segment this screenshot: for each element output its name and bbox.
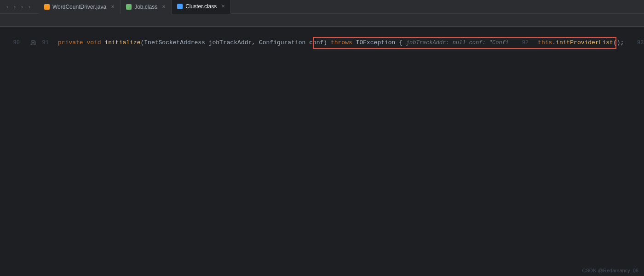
tab-wordcount-label: WordCountDriver.java [52, 4, 106, 10]
tab-job[interactable]: Job.class ✕ [121, 0, 172, 14]
token-plain: (); [613, 39, 624, 46]
token-kw: throws [331, 39, 352, 46]
line-number-91: −91 [29, 40, 54, 46]
info-bar [0, 14, 644, 27]
token-plain: . [552, 39, 556, 46]
cluster-class-icon [177, 4, 183, 9]
job-class-icon [126, 4, 132, 10]
breadcrumb: › › › › [4, 4, 33, 10]
code-area: 90−91 private void initialize(InetSocket… [0, 37, 644, 276]
line-number-93: 93 [624, 40, 644, 46]
reader-mode-bar [0, 27, 644, 37]
token-plain: conf) [305, 39, 331, 46]
fold-marker-91[interactable]: − [31, 41, 35, 45]
token-fn: initialize [104, 39, 140, 46]
token-type: Configuration [259, 39, 305, 46]
tab-cluster-close[interactable]: ✕ [221, 4, 225, 9]
token-plain: { [395, 39, 406, 46]
token-type: IOException [356, 39, 396, 46]
tab-cluster[interactable]: Cluster.class ✕ [172, 0, 231, 14]
sep3: › [21, 4, 23, 10]
tab-job-label: Job.class [134, 4, 157, 10]
top-tabs: › › › › WordCountDriver.java ✕ Job.class… [0, 0, 644, 14]
token-plain [352, 39, 356, 46]
tab-wordcount-close[interactable]: ✕ [111, 4, 115, 9]
tab-wordcountdriver[interactable]: WordCountDriver.java ✕ [39, 0, 121, 14]
line-91: −91 private void initialize(InetSocketAd… [29, 37, 509, 49]
token-kw: void [86, 39, 101, 46]
sep4: › [29, 4, 30, 10]
token-type: InetSocketAddress [144, 39, 205, 46]
line-number-90: 90 [0, 40, 25, 46]
token-kw: private [58, 39, 83, 46]
token-plain: jobTrackAddr, [205, 39, 259, 46]
line-93: 93 IOException initEx = new IOException(… [624, 37, 644, 49]
line-code-92: this.initProviderList(); [534, 37, 624, 49]
line-92: 92 this.initProviderList(); [509, 37, 624, 49]
tab-job-close[interactable]: ✕ [162, 4, 166, 9]
watermark: CSDN @Redamancy_06 [582, 268, 638, 273]
sep1: › [6, 4, 8, 10]
line-90: 90 [0, 37, 29, 49]
java-icon [44, 4, 50, 10]
token-fn: initProviderList [556, 39, 613, 46]
line-code-91: private void initialize(InetSocketAddres… [54, 37, 509, 49]
sep2: › [14, 4, 16, 10]
token-kw: this [538, 39, 552, 46]
line-number-92: 92 [509, 40, 534, 46]
tab-cluster-label: Cluster.class [185, 3, 217, 10]
token-hint: jobTrackAddr: null conf: "Confi [406, 40, 509, 46]
